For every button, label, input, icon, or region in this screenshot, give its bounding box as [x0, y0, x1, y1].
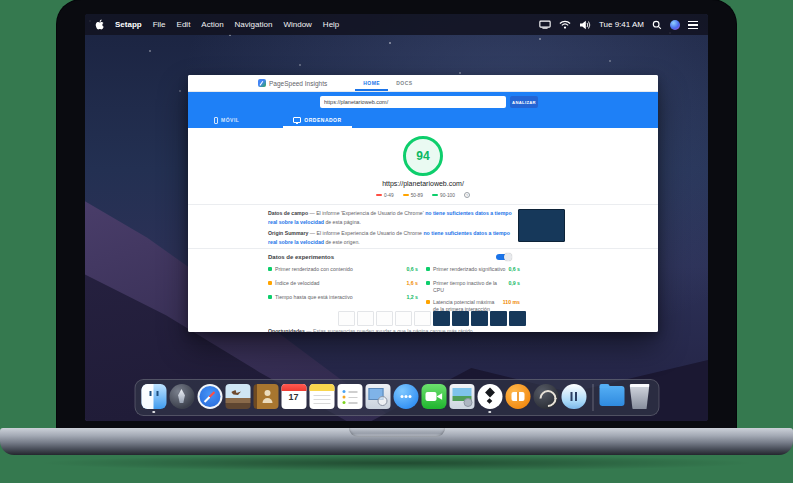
- metric-cpu-idle: Primer tiempo inactivo de la CPU 0,9 s: [426, 280, 520, 294]
- metrics-toggle[interactable]: [496, 253, 518, 261]
- volume-icon[interactable]: [579, 20, 591, 30]
- device-tabs: MÓVIL ORDENADOR: [188, 112, 658, 128]
- macbook-lid-notch: [349, 428, 445, 437]
- tab-home[interactable]: HOME: [355, 75, 388, 91]
- siri-icon[interactable]: [670, 20, 680, 30]
- dock-separator: [592, 384, 593, 411]
- system-info-icon: [365, 384, 390, 409]
- dock-item-facetime[interactable]: [421, 384, 446, 413]
- menu-item-edit[interactable]: Edit: [177, 20, 191, 29]
- red-dash-icon: [376, 194, 382, 196]
- dock-item-cleanmymac[interactable]: [533, 384, 558, 413]
- analyzed-url: https://planetarioweb.com/: [188, 180, 658, 187]
- metrics-column-right: Primer renderizado significativo 0,6 s P…: [426, 266, 520, 313]
- macbook-base: [0, 428, 793, 455]
- dock-item-safari[interactable]: [197, 384, 222, 413]
- filmstrip-frame: [433, 311, 450, 326]
- metric-tti: Tiempo hasta que está interactivo 1,2 s: [268, 294, 418, 303]
- dock-item-calendar[interactable]: 17: [281, 384, 306, 413]
- filmstrip-frame: [414, 311, 431, 326]
- setapp-icon: [477, 384, 502, 409]
- search-bar: ANALIZAR: [188, 92, 658, 112]
- filmstrip-frame: [376, 311, 393, 326]
- finder-icon: [141, 384, 166, 409]
- macbook-screen-bezel: Setapp File Edit Action Navigation Windo…: [57, 0, 736, 429]
- running-indicator: [152, 411, 155, 414]
- spotlight-search-icon[interactable]: [652, 20, 662, 30]
- dock-item-photo-editor[interactable]: [449, 384, 474, 413]
- notification-list-icon[interactable]: [688, 21, 698, 29]
- page-background: Setapp File Edit Action Navigation Windo…: [0, 0, 793, 483]
- results-content: 94 https://planetarioweb.com/ 0-49 50-89…: [188, 128, 658, 332]
- dock-item-reminders[interactable]: [337, 384, 362, 413]
- running-indicator: [488, 411, 491, 414]
- pagespeed-logo-icon: [258, 79, 266, 87]
- tab-docs[interactable]: DOCS: [388, 75, 420, 91]
- filmstrip-frame: [357, 311, 374, 326]
- legend-average: 50-89: [403, 193, 423, 198]
- filmstrip-frame: [490, 311, 507, 326]
- wifi-icon[interactable]: [559, 20, 571, 29]
- trash-icon: [627, 384, 652, 409]
- url-input[interactable]: [320, 96, 506, 108]
- apple-menu-icon[interactable]: [95, 19, 104, 30]
- dock-item-finder[interactable]: [141, 384, 166, 413]
- dock-item-photos[interactable]: [225, 384, 250, 413]
- lab-data-title: Datos de experimentos: [268, 254, 334, 260]
- dock-item-chat[interactable]: [393, 384, 418, 413]
- gemini-icon: [561, 384, 586, 409]
- laptop-shadow: [36, 455, 757, 471]
- menu-item-help[interactable]: Help: [323, 20, 339, 29]
- good-dot-icon: [268, 295, 272, 299]
- pagespeed-brand: PageSpeed Insights: [188, 75, 327, 91]
- monitor-icon: [293, 117, 301, 123]
- divider: [188, 204, 658, 205]
- dock-item-launchpad[interactable]: [169, 384, 194, 413]
- menu-bar: Setapp File Edit Action Navigation Windo…: [85, 14, 708, 35]
- good-dot-icon: [268, 267, 272, 271]
- tab-ordenador[interactable]: ORDENADOR: [283, 112, 351, 128]
- menu-app-name[interactable]: Setapp: [115, 20, 142, 29]
- dock-item-contacts[interactable]: [253, 384, 278, 413]
- orange-dash-icon: [403, 194, 409, 196]
- metric-speed-index: Índice de velocidad 1,6 s: [268, 280, 418, 289]
- dock: 17: [134, 379, 659, 416]
- menu-clock[interactable]: Tue 9:41 AM: [599, 20, 644, 29]
- calendar-icon: 17: [281, 384, 306, 409]
- tab-movil-label: MÓVIL: [221, 117, 239, 123]
- dock-item-trash[interactable]: [627, 384, 652, 413]
- launchpad-icon: [169, 384, 194, 409]
- dock-item-books[interactable]: [505, 384, 530, 413]
- legend-help-icon[interactable]: ?: [464, 192, 470, 198]
- display-mirroring-icon[interactable]: [539, 20, 551, 29]
- photos-icon: [225, 384, 250, 409]
- chat-bubble-icon: [393, 384, 418, 409]
- dock-item-downloads[interactable]: [599, 384, 624, 413]
- dock-item-gemini[interactable]: [561, 384, 586, 413]
- dock-item-setapp[interactable]: [477, 384, 502, 413]
- analyze-button[interactable]: ANALIZAR: [510, 96, 538, 108]
- menu-item-file[interactable]: File: [153, 20, 166, 29]
- dock-item-notes[interactable]: [309, 384, 334, 413]
- good-dot-icon: [426, 267, 430, 271]
- tab-ordenador-label: ORDENADOR: [304, 117, 341, 123]
- cleanmymac-icon: [533, 384, 558, 409]
- tab-movil[interactable]: MÓVIL: [204, 112, 249, 128]
- opportunities-row-clipped: Oportunidades — Estas sugerencias pueden…: [268, 328, 598, 332]
- score-legend: 0-49 50-89 90-100 ?: [188, 192, 658, 198]
- photo-editor-icon: [449, 384, 474, 409]
- filmstrip: [338, 311, 526, 326]
- metric-fmp: Primer renderizado significativo 0,6 s: [426, 266, 520, 275]
- menu-item-action[interactable]: Action: [201, 20, 223, 29]
- dock-item-system-info[interactable]: [365, 384, 390, 413]
- page-screenshot-thumbnail: [518, 209, 565, 242]
- downloads-folder-icon: [599, 386, 624, 406]
- phone-icon: [214, 117, 218, 124]
- safari-icon: [197, 384, 222, 409]
- menu-item-navigation[interactable]: Navigation: [235, 20, 273, 29]
- filmstrip-frame: [395, 311, 412, 326]
- notes-icon: [309, 384, 334, 409]
- green-dash-icon: [432, 194, 438, 196]
- metrics-column-left: Primer renderizado con contenido 0,6 s Í…: [268, 266, 418, 303]
- menu-item-window[interactable]: Window: [283, 20, 311, 29]
